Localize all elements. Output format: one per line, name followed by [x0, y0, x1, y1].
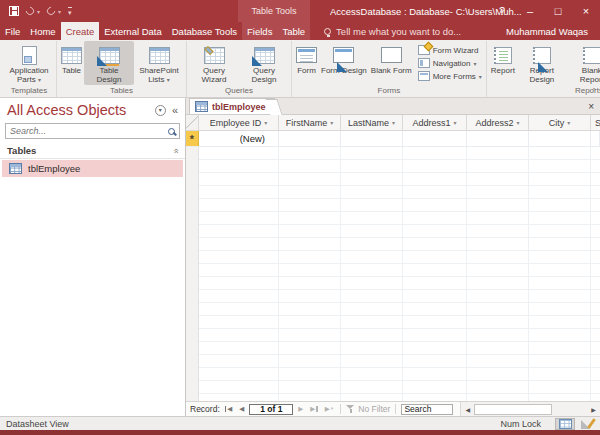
record-label: Record: [190, 404, 220, 414]
scroll-left-icon[interactable]: ◀ [461, 406, 474, 413]
status-bar: Datasheet View Num Lock [0, 416, 600, 430]
tab-database-tools[interactable]: Database Tools [167, 22, 242, 40]
document-area: tblEmployee × Employee ID▾ FirstName▾ La… [186, 98, 600, 416]
ribbon-group-reports: Report Report Design Blank Report Report… [487, 41, 600, 97]
tell-me-box[interactable]: Tell me what you want to do... [324, 22, 461, 40]
first-record-button[interactable]: ◀ [223, 405, 235, 413]
redo-dropdown-icon[interactable]: ▾ [58, 8, 61, 15]
empty-grid-area[interactable] [186, 147, 600, 401]
group-label-queries: Queries [189, 85, 289, 97]
document-tab-bar: tblEmployee × [186, 98, 600, 115]
more-forms-button[interactable]: More Forms▾ [418, 71, 482, 81]
customize-qat-icon[interactable]: ▾ [68, 7, 72, 16]
minimize-button[interactable]: – [516, 0, 544, 22]
form-wizard-button[interactable]: Form Wizard [418, 45, 482, 55]
previous-record-button[interactable]: ◀ [237, 405, 246, 413]
table-button[interactable]: Table [59, 41, 84, 85]
shutter-bar-close-icon[interactable]: « [172, 104, 178, 116]
design-view-button[interactable] [577, 418, 597, 430]
report-design-button[interactable]: Report Design [517, 41, 567, 85]
new-record-button[interactable]: ▶* [323, 405, 336, 413]
column-header-state[interactable]: St [591, 115, 600, 130]
cell[interactable] [279, 131, 341, 146]
form-button[interactable]: Form [294, 41, 319, 85]
blank-report-icon [583, 47, 600, 64]
table-object-icon [195, 101, 208, 112]
sharepoint-lists-icon [149, 47, 170, 64]
chevron-down-icon: ▾ [167, 77, 170, 83]
row-selector-strip [186, 147, 199, 401]
tab-file[interactable]: File [0, 22, 25, 40]
cell[interactable] [529, 131, 591, 146]
nav-group-tables[interactable]: Tables » [0, 141, 185, 159]
next-record-button[interactable]: ▶ [296, 405, 305, 413]
table-design-button[interactable]: Table Design [84, 41, 134, 85]
close-button[interactable]: × [572, 0, 600, 22]
report-icon [494, 47, 512, 64]
record-navigation-bar: Record: ◀ ◀ 1 of 1 ▶ ▶ ▶* No Filter ◀ ▶ [186, 401, 600, 416]
filter-status[interactable]: No Filter [346, 404, 390, 414]
new-record-selector[interactable]: * [186, 131, 199, 146]
select-all-corner[interactable] [186, 115, 199, 130]
application-parts-button[interactable]: Application Parts ▾ [4, 41, 54, 85]
report-button[interactable]: Report [489, 41, 517, 85]
tab-create[interactable]: Create [61, 22, 100, 40]
column-header-lastname[interactable]: LastName▾ [341, 115, 403, 130]
column-dropdown-icon: ▾ [330, 119, 333, 126]
cell[interactable] [591, 131, 600, 146]
datasheet-view-button[interactable] [555, 418, 575, 430]
cell[interactable] [467, 131, 529, 146]
ribbon: Application Parts ▾ Templates Table Tabl… [0, 40, 600, 98]
nav-search-box[interactable] [5, 123, 180, 139]
undo-dropdown-icon[interactable]: ▾ [37, 8, 40, 15]
save-icon[interactable] [9, 6, 19, 16]
access-window: ▾ ▾ ▾ Table Tools AccessDatabase : Datab… [0, 0, 600, 435]
sharepoint-lists-button[interactable]: SharePoint Lists ▾ [134, 41, 184, 85]
nav-search-input[interactable] [10, 126, 168, 136]
document-tab-tblemployee[interactable]: tblEmployee [189, 98, 275, 114]
query-design-button[interactable]: Query Design [239, 41, 289, 85]
nav-pane-menu-icon[interactable]: ▾ [155, 105, 166, 116]
tab-table[interactable]: Table [277, 22, 310, 40]
lightbulb-icon [324, 28, 331, 35]
tab-external-data[interactable]: External Data [99, 22, 167, 40]
navigation-button[interactable]: Navigation▾ [418, 58, 482, 68]
column-header-employee-id[interactable]: Employee ID▾ [199, 115, 279, 130]
nav-item-tblemployee[interactable]: tblEmployee [2, 160, 183, 177]
help-button[interactable]: ? [488, 0, 516, 22]
cell-employee-id-new[interactable]: (New) [199, 131, 279, 146]
close-document-icon[interactable]: × [588, 102, 594, 112]
column-header-city[interactable]: City▾ [529, 115, 591, 130]
more-forms-icon [418, 71, 430, 81]
tab-fields[interactable]: Fields [242, 22, 277, 40]
search-icon[interactable] [168, 128, 175, 135]
nav-pane-title[interactable]: All Access Objects [7, 102, 155, 118]
cell[interactable] [403, 131, 467, 146]
scroll-right-icon[interactable]: ▶ [587, 406, 600, 413]
collapse-ribbon-icon[interactable]: › [592, 84, 595, 94]
blank-form-button[interactable]: Blank Form [369, 41, 414, 85]
form-design-button[interactable]: Form Design [319, 41, 369, 85]
column-header-address2[interactable]: Address2▾ [467, 115, 529, 130]
chevron-down-icon: ▾ [479, 73, 482, 80]
query-wizard-button[interactable]: Query Wizard [189, 41, 239, 85]
tab-home[interactable]: Home [25, 22, 60, 40]
horizontal-scrollbar[interactable]: ◀ ▶ [460, 402, 600, 416]
collapse-group-icon[interactable]: » [173, 146, 178, 156]
cell[interactable] [341, 131, 403, 146]
scrollbar-thumb[interactable] [474, 404, 552, 415]
user-name[interactable]: Muhammad Waqas [506, 22, 600, 40]
blank-report-button[interactable]: Blank Report [567, 41, 600, 85]
new-record-row: * (New) [186, 131, 600, 147]
group-label-tables: Tables [59, 85, 184, 97]
form-wizard-icon [418, 45, 430, 55]
redo-button[interactable] [47, 6, 55, 17]
column-dropdown-icon: ▾ [264, 119, 267, 126]
record-search-input[interactable] [401, 404, 453, 415]
record-position[interactable]: 1 of 1 [249, 404, 293, 415]
undo-button[interactable] [26, 6, 34, 17]
maximize-button[interactable]: □ [544, 0, 572, 22]
column-header-firstname[interactable]: FirstName▾ [279, 115, 341, 130]
column-header-address1[interactable]: Address1▾ [403, 115, 467, 130]
last-record-button[interactable]: ▶ [308, 405, 320, 413]
